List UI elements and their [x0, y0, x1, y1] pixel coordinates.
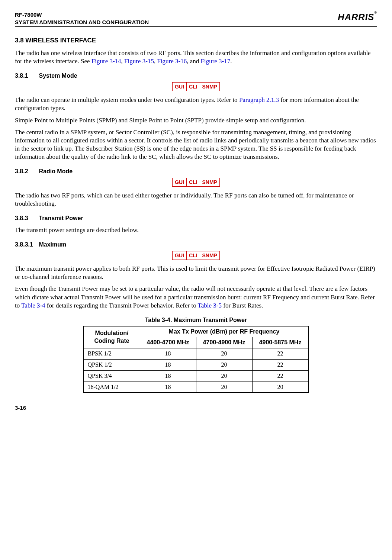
table-row: QPSK 1/2 18 20 22 [84, 359, 309, 370]
table-row: BPSK 1/2 18 20 22 [84, 348, 309, 360]
table-cell: 16-QAM 1/2 [84, 382, 140, 393]
section-3-8-1-p3: The central radio in a SPMP system, or S… [15, 128, 377, 161]
heading-number: 3.8.2 [15, 168, 37, 176]
header-title: RF-7800W SYSTEM ADMINISTRATION AND CONFI… [15, 11, 149, 26]
badge-snmp: SNMP [200, 83, 219, 91]
interface-badges: GUI CLI SNMP [15, 82, 377, 92]
badge-cli: CLI [186, 251, 200, 260]
table-header-freq1: 4400-4700 MHz [140, 337, 196, 348]
section-3-8-3-heading: 3.8.3 Transmit Power [15, 215, 377, 222]
interface-badges: GUI CLI SNMP [15, 178, 377, 188]
table-header-freq2: 4700-4900 MHz [196, 337, 252, 348]
table-header-maxtx: Max Tx Power (dBm) per RF Frequency [140, 326, 309, 337]
table-cell: 18 [140, 382, 196, 393]
section-3-8-2-heading: 3.8.2 Radio Mode [15, 168, 377, 176]
heading-number: 3.8.3.1 [15, 241, 37, 249]
badge-snmp: SNMP [200, 178, 219, 186]
interface-badges: GUI CLI SNMP [15, 251, 377, 261]
table-cell: BPSK 1/2 [84, 348, 140, 360]
table-cell: 20 [252, 382, 309, 393]
badge-cli: CLI [186, 83, 200, 91]
section-3-8-1-heading: 3.8.1 System Mode [15, 72, 377, 80]
link-paragraph-2-1-3[interactable]: Paragraph 2.1.3 [239, 96, 279, 103]
table-cell: QPSK 1/2 [84, 359, 140, 370]
table-header-freq3: 4900-5875 MHz [252, 337, 309, 348]
table-cell: 18 [140, 370, 196, 382]
table-row: QPSK 3/4 18 20 22 [84, 370, 309, 382]
link-figure-3-17[interactable]: Figure 3-17 [200, 58, 230, 65]
table-cell: 18 [140, 359, 196, 370]
table-cell: 18 [140, 348, 196, 360]
page-number: 3-16 [15, 404, 377, 412]
table-3-4: Modulation/ Coding Rate Max Tx Power (dB… [83, 326, 309, 393]
badge-gui: GUI [173, 178, 187, 186]
section-3-8-3-1-p1: The maximum transmit power applies to bo… [15, 265, 377, 281]
brand-text: HARRIS [338, 12, 374, 22]
table-cell: 20 [196, 359, 252, 370]
table-cell: 20 [196, 370, 252, 382]
heading-title: Radio Mode [39, 168, 73, 174]
section-3-8-3-1-heading: 3.8.3.1 Maximum [15, 241, 377, 249]
section-3-8-3-p1: The transmit power settings are describe… [15, 226, 377, 234]
table-cell: 22 [252, 359, 309, 370]
brand-logo: HARRIS® [338, 11, 377, 23]
section-3-8-1-p1: The radio can operate in multiple system… [15, 96, 377, 112]
badge-snmp: SNMP [200, 251, 219, 260]
table-cell: 22 [252, 348, 309, 360]
heading-title: Maximum [39, 241, 66, 248]
link-table-3-5[interactable]: Table 3-5 [198, 302, 222, 309]
section-3-8-paragraph: The radio has one wireless interface tha… [15, 49, 377, 65]
registered-icon: ® [374, 11, 377, 15]
doc-section: SYSTEM ADMINISTRATION AND CONFIGURATION [15, 19, 149, 25]
table-3-4-caption: Table 3-4. Maximum Transmit Power [15, 316, 377, 324]
heading-number: 3.8.3 [15, 215, 37, 222]
link-figure-3-16[interactable]: Figure 3-16 [157, 58, 187, 65]
badge-cli: CLI [186, 178, 200, 186]
table-cell: 22 [252, 370, 309, 382]
table-cell: 20 [196, 382, 252, 393]
table-cell: QPSK 3/4 [84, 370, 140, 382]
section-3-8-2-p1: The radio has two RF ports, which can be… [15, 192, 377, 208]
link-figure-3-14[interactable]: Figure 3-14 [91, 58, 121, 65]
badge-gui: GUI [173, 251, 187, 260]
table-row: 16-QAM 1/2 18 20 20 [84, 382, 309, 393]
link-table-3-4[interactable]: Table 3-4 [21, 302, 45, 309]
heading-title: System Mode [39, 73, 77, 79]
link-figure-3-15[interactable]: Figure 3-15 [124, 58, 154, 65]
heading-title: Transmit Power [39, 215, 83, 221]
product-name: RF-7800W [15, 12, 42, 18]
section-3-8-1-p2: Simple Point to Multiple Points (SPMP) a… [15, 116, 377, 125]
section-3-8-heading: 3.8 WIRELESS INTERFACE [15, 36, 377, 45]
badge-gui: GUI [173, 83, 187, 91]
section-3-8-3-1-p2: Even though the Transmit Power may be se… [15, 285, 377, 309]
page-header: RF-7800W SYSTEM ADMINISTRATION AND CONFI… [15, 11, 377, 27]
table-header-modulation: Modulation/ Coding Rate [84, 326, 140, 348]
heading-number: 3.8.1 [15, 72, 37, 80]
table-cell: 20 [196, 348, 252, 360]
